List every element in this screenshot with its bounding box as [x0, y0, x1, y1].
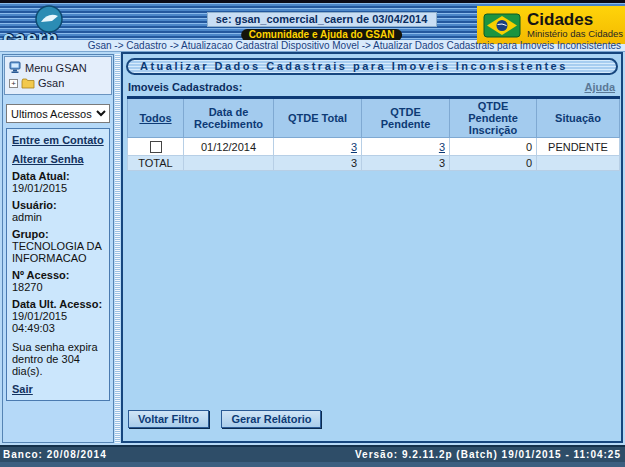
header-qtde-pendente-inscricao: QTDE Pendente Inscrição	[450, 98, 537, 138]
current-date-label: Data Atual:	[12, 170, 104, 182]
expand-icon[interactable]: +	[9, 79, 18, 88]
password-expiry-notice: Sua senha expira dentro de 304 dia(s).	[12, 341, 104, 377]
group-label: Grupo:	[12, 228, 104, 240]
cell-checkbox	[128, 138, 184, 156]
access-number-label: Nº Acesso:	[12, 269, 104, 281]
sidebar: Menu GSAN + Gsan Ultimos Acessos Entre e…	[2, 54, 114, 443]
cell-qtde-pendente: 3	[362, 138, 450, 156]
change-password-link[interactable]: Alterar Senha	[12, 153, 104, 165]
select-all-link[interactable]: Todos	[139, 112, 171, 124]
group-block: Grupo: TECNOLOGIA DA INFORMACAO	[12, 228, 104, 264]
tree-item-label: Gsan	[38, 77, 64, 89]
voltar-filtro-button[interactable]: Voltar Filtro	[128, 410, 209, 428]
cell-data-recebimento: 01/12/2014	[184, 138, 274, 156]
last-access-block: Data Ult. Acesso: 19/01/2015 04:49:03	[12, 298, 104, 334]
table-row: 01/12/2014 3 3 0 PENDENTE	[128, 138, 620, 156]
header-qtde-pendente: QTDE Pendente	[362, 98, 450, 138]
last-access-value: 19/01/2015 04:49:03	[12, 310, 104, 334]
help-link[interactable]: Ajuda	[584, 81, 615, 93]
menu-gsan-label: Menu GSAN	[25, 62, 87, 74]
breadcrumb[interactable]: Gsan -> Cadastro -> Atualizacao Cadastra…	[0, 40, 625, 52]
button-bar: Voltar Filtro Gerar Relátorio	[128, 409, 329, 429]
tree-item-gsan[interactable]: + Gsan	[9, 75, 109, 89]
gerar-relatorio-button[interactable]: Gerar Relátorio	[221, 410, 321, 428]
total-qtde-total: 3	[274, 156, 362, 171]
cell-qtde-pendente-inscricao: 0	[450, 138, 537, 156]
imoveis-table: Todos Data de Recebimento QTDE Total QTD…	[127, 96, 620, 171]
ministry-text-block: Cidades Ministério das Cidades	[527, 11, 623, 39]
total-empty-situacao	[537, 156, 620, 171]
current-date-block: Data Atual: 19/01/2015	[12, 170, 104, 194]
user-label: Usuário:	[12, 199, 104, 211]
header-qtde-total: QTDE Total	[274, 98, 362, 138]
menu-gsan-item[interactable]: Menu GSAN	[9, 60, 109, 75]
ministry-title: Cidades	[527, 11, 623, 28]
computer-icon	[9, 61, 21, 74]
version-status: Versão: 9.2.11.2p (Batch) 19/01/2015 - 1…	[355, 449, 621, 467]
brazil-flag-icon	[483, 12, 521, 39]
logout-link[interactable]: Sair	[12, 383, 104, 395]
section-label: Imoveis Cadastrados:	[128, 81, 242, 93]
contact-link[interactable]: Entre em Contato	[12, 134, 104, 146]
session-info: se: gsan_comercial_caern de 03/04/2014	[207, 12, 437, 27]
access-number-block: Nº Acesso: 18270	[12, 269, 104, 293]
group-value: TECNOLOGIA DA INFORMACAO	[12, 240, 104, 264]
cell-situacao: PENDENTE	[537, 138, 620, 156]
ministry-subtitle: Ministério das Cidades	[527, 28, 623, 39]
header-situacao: Situação	[537, 98, 620, 138]
qtde-total-link[interactable]: 3	[351, 141, 357, 153]
access-number-value: 18270	[12, 281, 104, 293]
user-value: admin	[12, 211, 104, 223]
folder-icon	[21, 78, 35, 89]
total-qtde-pendente: 3	[362, 156, 450, 171]
cidades-logo: Cidades Ministério das Cidades	[477, 6, 625, 44]
main-panel: Atualizar Dados Cadastrais para Imoveis …	[121, 52, 623, 443]
section-header-row: Imoveis Cadastrados: Ajuda	[123, 78, 621, 95]
qtde-pendente-link[interactable]: 3	[439, 141, 445, 153]
header-data-recebimento: Data de Recebimento	[184, 98, 274, 138]
status-bar: Banco: 20/08/2014 Versão: 9.2.11.2p (Bat…	[0, 445, 625, 467]
db-date-status: Banco: 20/08/2014	[3, 449, 107, 467]
page-title: Atualizar Dados Cadastrais para Imoveis …	[126, 58, 618, 75]
total-empty-date	[184, 156, 274, 171]
cell-qtde-total: 3	[274, 138, 362, 156]
user-block: Usuário: admin	[12, 199, 104, 223]
menu-tree-box: Menu GSAN + Gsan	[4, 56, 112, 95]
user-info-box: Entre em Contato Alterar Senha Data Atua…	[6, 128, 110, 401]
sidebar-resize-divider[interactable]	[115, 54, 120, 443]
total-qtde-pendente-inscricao: 0	[450, 156, 537, 171]
recent-access-select[interactable]: Ultimos Acessos	[6, 104, 110, 123]
header-todos[interactable]: Todos	[128, 98, 184, 138]
table-header-row: Todos Data de Recebimento QTDE Total QTD…	[128, 98, 620, 138]
last-access-label: Data Ult. Acesso:	[12, 298, 104, 310]
total-label: TOTAL	[128, 156, 184, 171]
table-total-row: TOTAL 3 3 0	[128, 156, 620, 171]
row-checkbox[interactable]	[150, 141, 162, 153]
current-date-value: 19/01/2015	[12, 182, 104, 194]
